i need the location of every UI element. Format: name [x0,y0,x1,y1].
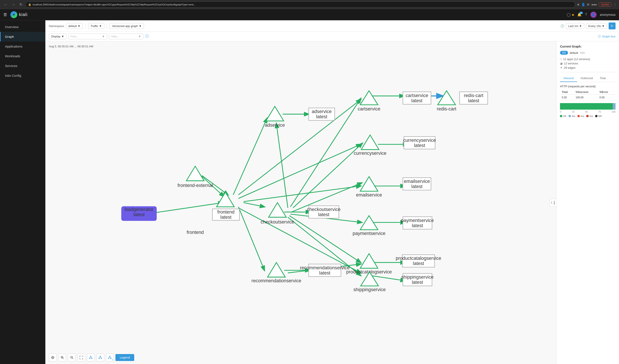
sidebar-item-workloads[interactable]: Workloads [0,51,45,61]
svg-text:recommendationservice: recommendationservice [252,278,301,283]
svg-line-83 [90,357,91,358]
display-select[interactable]: Display ▼ [49,33,67,39]
sidebar-item-graph[interactable]: Graph [0,32,45,42]
svg-line-88 [99,357,100,358]
svg-point-81 [89,358,90,359]
update-button[interactable]: Update [598,2,612,7]
graph-tour-label[interactable]: Graph tour [602,35,616,38]
refresh-button[interactable]: ↻ [609,23,616,29]
chart-bars [560,103,616,110]
toolbar-row1: Namespace: default ▼ Traffic ▼ Versioned… [45,20,619,32]
every-time-chevron: ▼ [602,24,605,28]
node-redis-cart[interactable] [438,91,455,105]
notification-icon[interactable]: ◯ [567,13,574,17]
fit-graph-button[interactable] [49,354,57,361]
layout2-button[interactable]: 1 [96,354,104,361]
node-emailservice[interactable] [360,177,378,191]
panel-tabs: Inbound Outbound Total [560,75,616,82]
node-currencyservice[interactable] [361,135,379,149]
svg-point-86 [99,358,100,359]
svg-point-92 [111,358,111,359]
layout1-button[interactable] [87,354,95,361]
namespace-group: Namespace: default ▼ [49,23,83,29]
svg-text:redis-cart: redis-cart [464,93,483,98]
svg-text:latest: latest [413,261,424,266]
svg-line-8 [233,118,267,195]
chart-bar-ok2 [560,106,613,110]
svg-text:paymentservice: paymentservice [401,218,434,223]
ns-name: default N/A [570,51,585,55]
node-frontend-external[interactable] [186,166,204,181]
node-frontend-triangle[interactable] [217,192,234,207]
chart-bar-3xx [613,103,616,106]
node-adservice[interactable] [266,106,284,121]
content-area: Namespace: default ▼ Traffic ▼ Versioned… [45,20,619,364]
legend-button[interactable]: Legend [115,354,134,361]
svg-text:frontend-external: frontend-external [177,183,213,188]
sidebar-item-applications[interactable]: Applications [0,42,45,51]
svg-text:shippingservice: shippingservice [401,274,434,280]
url-bar[interactable]: 🔒 localhost:20001/kiali/console/graph/na… [25,1,575,8]
http-label: HTTP (requests per second): [560,85,616,88]
info-icon[interactable]: ⓘ [145,34,149,39]
sidebar-item-istio-config[interactable]: Istio Config [0,71,45,80]
svg-text:latest: latest [412,280,423,285]
layout3-button[interactable]: 2 [106,354,114,361]
graph-type-select[interactable]: Versioned app graph ▼ [110,23,144,29]
hide-panel-button[interactable]: Hide «» [549,199,556,207]
svg-point-87 [101,358,102,359]
val-success: 100.00 [574,95,598,100]
svg-text:frontend: frontend [217,209,235,215]
reload-button[interactable]: ↻ [18,1,24,7]
svg-text:latest: latest [412,223,423,228]
back-button[interactable]: ← [3,2,9,7]
find-input[interactable]: Find... ▼ [68,33,107,39]
svg-line-9 [239,144,361,198]
node-cartservice[interactable] [360,91,378,105]
graph-timestamp: Aug 5, 08:35:51 AM ... 08:36:51 AM [49,45,93,48]
hide-input[interactable]: Hide... ▼ [109,33,143,39]
zoom-out-button[interactable] [68,354,76,361]
node-productcatalogservice[interactable] [360,253,378,268]
legend-ok: OK [560,115,566,117]
find-chevron: ▼ [102,35,105,38]
graph-tour-area: ⓘ Graph tour [598,35,616,39]
node-checkoutservice[interactable] [269,203,286,217]
svg-text:latest: latest [316,114,327,119]
top-nav: ☰ kiali ◯ 🔔 1 ? 👤 [0,9,619,20]
tab-outbound[interactable]: Outbound [577,75,596,82]
chart-container: 0 25 50 75 100 OK [560,103,616,117]
tab-inbound[interactable]: Inbound [560,75,577,82]
last-time-select[interactable]: Last 1m ▼ [566,23,584,29]
every-time-select[interactable]: Every 15s ▼ [586,23,607,29]
traffic-select[interactable]: Traffic ▼ [88,23,104,29]
svg-text:latest: latest [133,212,145,217]
svg-text:adservice: adservice [312,109,332,114]
forward-button[interactable]: → [10,2,16,7]
zoom-in-button[interactable] [58,354,66,361]
sidebar-item-services[interactable]: Services [0,61,45,71]
svg-text:redis-cart: redis-cart [437,106,456,112]
hamburger-menu[interactable]: ☰ [3,12,7,17]
apps-stat: □ 12 apps (12 versions) [560,57,616,61]
nav-right: ◯ 🔔 1 ? 👤 anonymous [567,12,616,18]
svg-point-90 [109,356,110,357]
svg-point-91 [108,358,109,359]
tab-total[interactable]: Total [596,75,609,82]
namespace-select[interactable]: default ▼ [66,23,83,29]
chart-bar-ok [560,103,613,106]
bell-icon[interactable]: 🔔 1 [577,13,582,17]
nr-dot [595,115,597,117]
graph-area[interactable]: Aug 5, 08:35:51 AM ... 08:36:51 AM Hide … [45,41,556,364]
fullscreen-button[interactable] [77,354,85,361]
4xx-dot [577,115,580,117]
graph-stats: □ 12 apps (12 versions) ◕ 12 services ✦ … [560,57,616,69]
svg-line-7 [244,203,264,207]
ok-dot [560,115,562,117]
svg-text:latest: latest [319,270,330,276]
sidebar-item-overview[interactable]: Overview [0,22,45,32]
http-table: Total %Success %Error 5.00 100.00 0.00 [560,90,616,100]
node-recommendationservice[interactable] [267,262,285,277]
help-icon[interactable]: ? [585,13,587,17]
ns-badge: NS [560,51,568,55]
